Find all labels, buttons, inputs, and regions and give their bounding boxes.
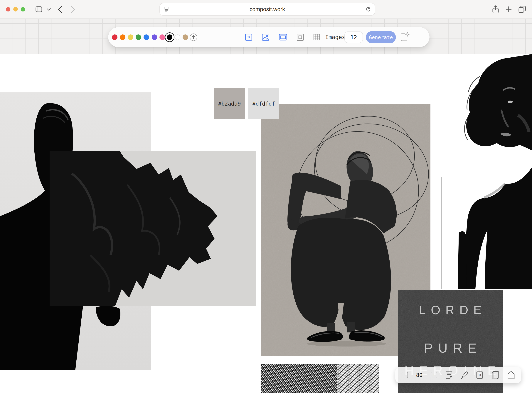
sparkle-frame-icon[interactable] <box>400 32 410 42</box>
portrait-figure <box>448 54 532 289</box>
zoom-in-button[interactable]: + <box>431 372 437 378</box>
crushed-metal-photo-left[interactable] <box>261 364 337 393</box>
vertical-line-element[interactable] <box>441 177 441 289</box>
images-count-input[interactable] <box>345 31 363 43</box>
black-rock-texture-photo[interactable] <box>50 151 256 306</box>
url-bar[interactable]: composit.work <box>159 3 375 15</box>
upload-icon[interactable] <box>190 27 197 47</box>
swatch-tan[interactable] <box>181 27 189 47</box>
album-title-line1: PURE <box>398 341 503 356</box>
url-text: composit.work <box>249 6 285 12</box>
zoom-window-button[interactable] <box>21 7 25 11</box>
sidebar-icon[interactable] <box>35 6 42 12</box>
browser-chrome: composit.work <box>0 0 532 19</box>
album-artist: LORDE <box>398 303 503 317</box>
swatch-green[interactable] <box>134 27 142 47</box>
color-chip-2-label: #dfdfdf <box>252 101 275 107</box>
share-icon[interactable] <box>492 5 499 14</box>
tabs-icon[interactable] <box>518 5 526 13</box>
svg-text:Tt: Tt <box>247 36 250 39</box>
text-tool-icon[interactable]: Tt <box>245 27 252 47</box>
home-icon[interactable] <box>507 371 515 379</box>
crushed-metal-photo-right[interactable] <box>337 364 379 393</box>
forward-icon[interactable] <box>71 6 75 13</box>
canvas-zoom-controls: − 80 + Tt <box>395 367 521 383</box>
swatch-purple[interactable] <box>150 27 158 47</box>
eyedropper-icon[interactable] <box>461 371 468 379</box>
color-chip-2[interactable]: #dfdfdf <box>248 88 279 119</box>
shape-tool-icon[interactable] <box>297 27 304 47</box>
swatch-blue[interactable] <box>142 27 150 47</box>
notes-icon[interactable] <box>445 371 453 379</box>
grid-tool-icon[interactable] <box>313 27 320 47</box>
image-tool-icon[interactable] <box>262 27 269 47</box>
reader-icon[interactable] <box>164 7 169 13</box>
dark-portrait-photo[interactable] <box>448 54 532 289</box>
color-chip-1[interactable]: #b2ada9 <box>214 88 245 119</box>
close-window-button[interactable] <box>6 7 10 11</box>
svg-text:Tt: Tt <box>478 373 481 377</box>
rock-shape <box>50 151 256 306</box>
swatch-orange[interactable] <box>119 27 127 47</box>
minimize-window-button[interactable] <box>13 7 18 11</box>
generate-button[interactable]: Generate <box>366 31 396 43</box>
pages-icon[interactable] <box>491 371 499 379</box>
new-tab-icon[interactable] <box>505 6 512 13</box>
zoom-level-value: 80 <box>416 372 422 378</box>
reload-icon[interactable] <box>365 6 371 12</box>
color-chip-1-label: #b2ada9 <box>218 101 241 107</box>
chevron-down-icon[interactable] <box>47 8 51 11</box>
frame-tool-icon[interactable] <box>279 27 287 47</box>
swatch-red[interactable] <box>111 27 119 47</box>
zoom-out-button[interactable]: − <box>402 372 408 378</box>
text-icon[interactable]: Tt <box>476 371 483 379</box>
swatch-white[interactable] <box>173 27 182 47</box>
back-icon[interactable] <box>58 6 62 13</box>
swatch-black-selected[interactable] <box>166 27 174 47</box>
swatch-yellow[interactable] <box>127 27 135 47</box>
